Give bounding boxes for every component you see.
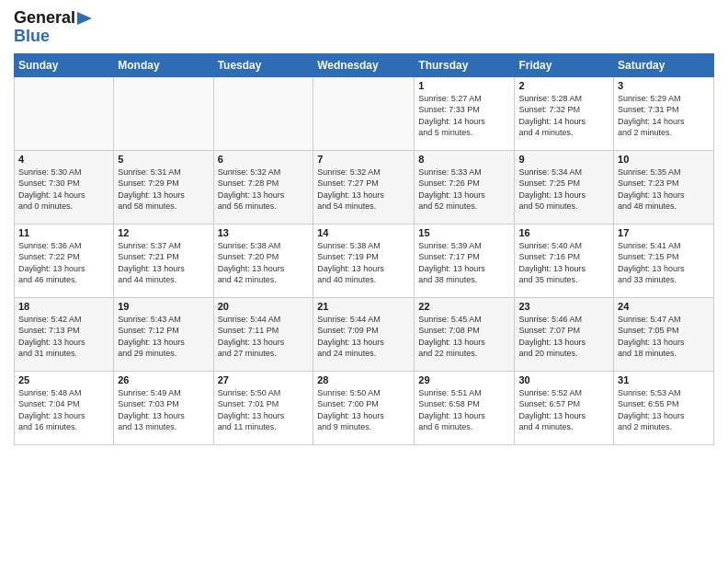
svg-marker-0 xyxy=(77,12,92,25)
day-info: Sunrise: 5:50 AMSunset: 7:00 PMDaylight:… xyxy=(317,387,410,433)
day-number: 28 xyxy=(317,374,410,385)
day-number: 21 xyxy=(317,301,410,312)
calendar-cell: 24Sunrise: 5:47 AMSunset: 7:05 PMDayligh… xyxy=(614,297,714,371)
day-number: 10 xyxy=(618,154,710,165)
day-number: 17 xyxy=(618,227,710,238)
day-info: Sunrise: 5:38 AMSunset: 7:19 PMDaylight:… xyxy=(317,240,410,286)
calendar-cell: 22Sunrise: 5:45 AMSunset: 7:08 PMDayligh… xyxy=(415,297,515,371)
logo-blue-text: Blue xyxy=(14,28,92,46)
day-number: 12 xyxy=(118,227,209,238)
calendar-week-5: 25Sunrise: 5:48 AMSunset: 7:04 PMDayligh… xyxy=(15,371,714,444)
logo: GeneralBlue xyxy=(14,9,92,46)
day-number: 14 xyxy=(317,227,410,238)
weekday-header-sunday: Sunday xyxy=(15,53,114,76)
calendar-cell: 26Sunrise: 5:49 AMSunset: 7:03 PMDayligh… xyxy=(114,371,213,444)
day-info: Sunrise: 5:49 AMSunset: 7:03 PMDaylight:… xyxy=(118,387,209,433)
calendar-week-3: 11Sunrise: 5:36 AMSunset: 7:22 PMDayligh… xyxy=(15,224,714,297)
day-info: Sunrise: 5:33 AMSunset: 7:26 PMDaylight:… xyxy=(418,167,510,213)
calendar-cell: 3Sunrise: 5:29 AMSunset: 7:31 PMDaylight… xyxy=(614,76,714,150)
day-number: 4 xyxy=(18,154,109,165)
calendar-cell: 2Sunrise: 5:28 AMSunset: 7:32 PMDaylight… xyxy=(515,76,614,150)
day-number: 11 xyxy=(18,227,109,238)
calendar-cell xyxy=(213,76,313,150)
calendar-cell: 1Sunrise: 5:27 AMSunset: 7:33 PMDaylight… xyxy=(415,76,515,150)
calendar-cell: 31Sunrise: 5:53 AMSunset: 6:55 PMDayligh… xyxy=(614,371,714,444)
day-info: Sunrise: 5:46 AMSunset: 7:07 PMDaylight:… xyxy=(518,314,609,360)
calendar-cell: 23Sunrise: 5:46 AMSunset: 7:07 PMDayligh… xyxy=(515,297,614,371)
calendar-cell: 7Sunrise: 5:32 AMSunset: 7:27 PMDaylight… xyxy=(313,150,415,224)
day-number: 7 xyxy=(317,154,410,165)
day-number: 20 xyxy=(218,301,310,312)
calendar-week-1: 1Sunrise: 5:27 AMSunset: 7:33 PMDaylight… xyxy=(15,76,714,150)
day-info: Sunrise: 5:34 AMSunset: 7:25 PMDaylight:… xyxy=(518,167,609,213)
calendar-cell xyxy=(15,76,114,150)
day-number: 29 xyxy=(418,374,510,385)
day-number: 24 xyxy=(618,301,710,312)
calendar-cell: 5Sunrise: 5:31 AMSunset: 7:29 PMDaylight… xyxy=(114,150,213,224)
calendar-cell: 12Sunrise: 5:37 AMSunset: 7:21 PMDayligh… xyxy=(114,224,213,297)
calendar-week-2: 4Sunrise: 5:30 AMSunset: 7:30 PMDaylight… xyxy=(15,150,714,224)
calendar-cell: 10Sunrise: 5:35 AMSunset: 7:23 PMDayligh… xyxy=(614,150,714,224)
calendar-cell: 19Sunrise: 5:43 AMSunset: 7:12 PMDayligh… xyxy=(114,297,213,371)
weekday-header-thursday: Thursday xyxy=(415,53,515,76)
day-number: 18 xyxy=(18,301,109,312)
day-info: Sunrise: 5:39 AMSunset: 7:17 PMDaylight:… xyxy=(418,240,510,286)
day-info: Sunrise: 5:43 AMSunset: 7:12 PMDaylight:… xyxy=(118,314,209,360)
calendar-cell: 21Sunrise: 5:44 AMSunset: 7:09 PMDayligh… xyxy=(313,297,415,371)
calendar-week-4: 18Sunrise: 5:42 AMSunset: 7:13 PMDayligh… xyxy=(15,297,714,371)
day-number: 2 xyxy=(518,80,609,91)
day-info: Sunrise: 5:29 AMSunset: 7:31 PMDaylight:… xyxy=(618,93,710,139)
day-info: Sunrise: 5:37 AMSunset: 7:21 PMDaylight:… xyxy=(118,240,209,286)
calendar-cell: 6Sunrise: 5:32 AMSunset: 7:28 PMDaylight… xyxy=(213,150,313,224)
day-info: Sunrise: 5:42 AMSunset: 7:13 PMDaylight:… xyxy=(18,314,109,360)
day-number: 22 xyxy=(418,301,510,312)
day-number: 23 xyxy=(518,301,609,312)
day-info: Sunrise: 5:38 AMSunset: 7:20 PMDaylight:… xyxy=(218,240,310,286)
day-number: 26 xyxy=(118,374,209,385)
day-info: Sunrise: 5:51 AMSunset: 6:58 PMDaylight:… xyxy=(418,387,510,433)
calendar-cell xyxy=(114,76,213,150)
weekday-header-saturday: Saturday xyxy=(614,53,714,76)
logo-arrow-icon xyxy=(77,12,92,25)
weekday-header-monday: Monday xyxy=(114,53,213,76)
calendar-cell: 8Sunrise: 5:33 AMSunset: 7:26 PMDaylight… xyxy=(415,150,515,224)
day-number: 5 xyxy=(118,154,209,165)
day-info: Sunrise: 5:35 AMSunset: 7:23 PMDaylight:… xyxy=(618,167,710,213)
day-info: Sunrise: 5:45 AMSunset: 7:08 PMDaylight:… xyxy=(418,314,510,360)
day-info: Sunrise: 5:30 AMSunset: 7:30 PMDaylight:… xyxy=(18,167,109,213)
calendar-cell: 27Sunrise: 5:50 AMSunset: 7:01 PMDayligh… xyxy=(213,371,313,444)
day-info: Sunrise: 5:50 AMSunset: 7:01 PMDaylight:… xyxy=(218,387,310,433)
calendar-table: SundayMondayTuesdayWednesdayThursdayFrid… xyxy=(14,53,714,445)
day-info: Sunrise: 5:44 AMSunset: 7:11 PMDaylight:… xyxy=(218,314,310,360)
day-info: Sunrise: 5:31 AMSunset: 7:29 PMDaylight:… xyxy=(118,167,209,213)
day-info: Sunrise: 5:52 AMSunset: 6:57 PMDaylight:… xyxy=(518,387,609,433)
day-number: 31 xyxy=(618,374,710,385)
calendar-cell: 9Sunrise: 5:34 AMSunset: 7:25 PMDaylight… xyxy=(515,150,614,224)
day-info: Sunrise: 5:32 AMSunset: 7:28 PMDaylight:… xyxy=(218,167,310,213)
calendar-cell: 28Sunrise: 5:50 AMSunset: 7:00 PMDayligh… xyxy=(313,371,415,444)
day-number: 3 xyxy=(618,80,710,91)
logo-general-text: General xyxy=(14,9,75,28)
day-number: 1 xyxy=(418,80,510,91)
day-number: 9 xyxy=(518,154,609,165)
day-info: Sunrise: 5:48 AMSunset: 7:04 PMDaylight:… xyxy=(18,387,109,433)
day-info: Sunrise: 5:28 AMSunset: 7:32 PMDaylight:… xyxy=(518,93,609,139)
calendar-cell xyxy=(313,76,415,150)
day-info: Sunrise: 5:47 AMSunset: 7:05 PMDaylight:… xyxy=(618,314,710,360)
day-info: Sunrise: 5:41 AMSunset: 7:15 PMDaylight:… xyxy=(618,240,710,286)
weekday-header-row: SundayMondayTuesdayWednesdayThursdayFrid… xyxy=(15,53,714,76)
day-number: 19 xyxy=(118,301,209,312)
day-number: 13 xyxy=(218,227,310,238)
day-number: 8 xyxy=(418,154,510,165)
day-number: 15 xyxy=(418,227,510,238)
day-number: 27 xyxy=(218,374,310,385)
calendar-cell: 29Sunrise: 5:51 AMSunset: 6:58 PMDayligh… xyxy=(415,371,515,444)
calendar-cell: 18Sunrise: 5:42 AMSunset: 7:13 PMDayligh… xyxy=(15,297,114,371)
day-number: 6 xyxy=(218,154,310,165)
page-header: GeneralBlue xyxy=(14,9,714,46)
weekday-header-friday: Friday xyxy=(515,53,614,76)
day-number: 16 xyxy=(518,227,609,238)
day-info: Sunrise: 5:44 AMSunset: 7:09 PMDaylight:… xyxy=(317,314,410,360)
day-number: 25 xyxy=(18,374,109,385)
day-number: 30 xyxy=(518,374,609,385)
